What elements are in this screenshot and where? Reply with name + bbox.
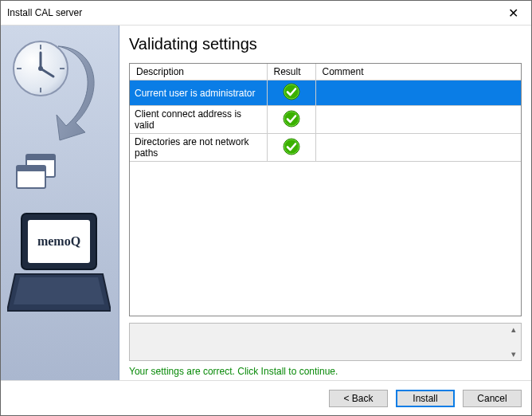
col-header-comment[interactable]: Comment xyxy=(315,64,521,80)
svg-point-7 xyxy=(38,66,43,71)
laptop-icon: memoQ xyxy=(7,209,111,323)
window-body: memoQ Validating settings Description xyxy=(1,26,531,380)
svg-marker-16 xyxy=(14,277,104,304)
cell-comment xyxy=(315,80,521,106)
svg-point-21 xyxy=(284,139,299,155)
cell-description: Current user is administrator xyxy=(130,80,267,106)
window-title: Install CAL server xyxy=(7,7,82,18)
validation-table: Description Result Comment Current user … xyxy=(130,64,521,162)
scroll-up-icon[interactable]: ▴ xyxy=(508,325,519,334)
page-heading: Validating settings xyxy=(129,35,522,53)
scroll-down-icon[interactable]: ▾ xyxy=(508,350,519,359)
check-ok-icon xyxy=(283,110,300,130)
col-header-description[interactable]: Description xyxy=(130,64,267,80)
installer-window: Install CAL server ✕ xyxy=(0,0,532,416)
svg-rect-11 xyxy=(17,166,45,171)
svg-point-17 xyxy=(284,84,299,100)
cell-description: Client connect address is valid xyxy=(130,106,267,134)
cell-result xyxy=(267,134,315,162)
cancel-button[interactable]: Cancel xyxy=(463,390,522,407)
table-row[interactable]: Current user is administrator xyxy=(130,80,521,106)
check-ok-icon xyxy=(283,83,300,103)
check-ok-icon xyxy=(283,138,300,158)
details-box: ▴ ▾ xyxy=(129,323,522,361)
table-row[interactable]: Client connect address is valid xyxy=(130,106,521,134)
status-message: Your settings are correct. Click Install… xyxy=(129,361,522,380)
cell-comment xyxy=(315,134,521,162)
svg-text:memoQ: memoQ xyxy=(37,234,80,248)
install-button[interactable]: Install xyxy=(396,390,455,407)
validation-table-wrap: Description Result Comment Current user … xyxy=(129,63,522,316)
clock-icon xyxy=(10,38,106,144)
cell-result xyxy=(267,80,315,106)
close-icon: ✕ xyxy=(508,6,518,21)
svg-rect-9 xyxy=(26,155,55,160)
cell-description: Directories are not network paths xyxy=(130,134,267,162)
footer: < Back Install Cancel xyxy=(1,380,531,415)
table-row[interactable]: Directories are not network paths xyxy=(130,134,521,162)
main-panel: Validating settings Description Result C… xyxy=(119,26,531,380)
wizard-sidebar: memoQ xyxy=(1,26,119,380)
col-header-result[interactable]: Result xyxy=(267,64,315,80)
cell-result xyxy=(267,106,315,134)
titlebar: Install CAL server ✕ xyxy=(1,1,531,26)
windows-icon xyxy=(15,153,60,194)
svg-point-19 xyxy=(284,111,299,127)
cell-comment xyxy=(315,106,521,134)
back-button[interactable]: < Back xyxy=(329,390,388,407)
close-button[interactable]: ✕ xyxy=(495,1,531,25)
